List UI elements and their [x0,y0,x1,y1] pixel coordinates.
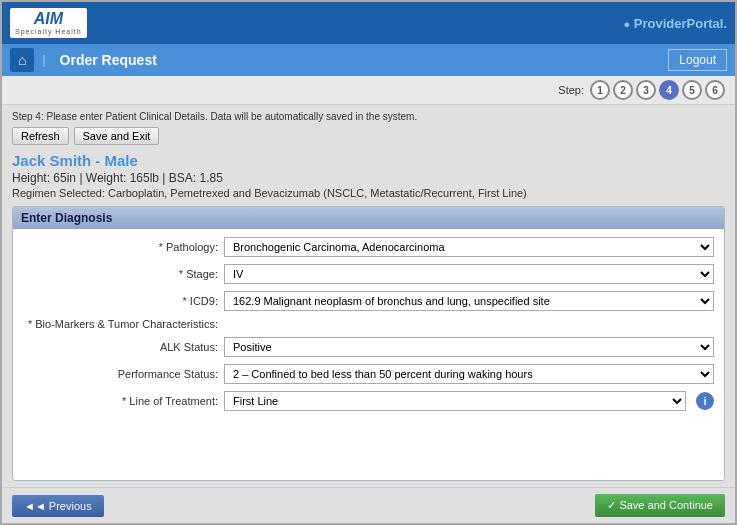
icd9-row: * ICD9: 162.9 Malignant neoplasm of bron… [23,291,714,311]
line-of-treatment-select[interactable]: First Line [224,391,686,411]
alk-row: ALK Status: Positive [23,337,714,357]
icd9-select-wrapper: 162.9 Malignant neoplasm of bronchus and… [224,291,714,311]
step-6[interactable]: 6 [705,80,725,100]
step-5[interactable]: 5 [682,80,702,100]
step-2[interactable]: 2 [613,80,633,100]
alk-label: ALK Status: [23,341,218,353]
provider-portal-label: ● ProviderPortal. [624,16,727,31]
alk-select-wrapper: Positive [224,337,714,357]
home-button[interactable]: ⌂ [10,48,34,72]
aim-logo: AIM Specialty Health [10,8,87,37]
stage-select-wrapper: IV [224,264,714,284]
line-of-treatment-label: * Line of Treatment: [23,395,218,407]
pathology-label: * Pathology: [23,241,218,253]
info-icon[interactable]: i [696,392,714,410]
patient-section: Jack Smith - Male Height: 65in | Weight:… [12,150,725,201]
line-of-treatment-row: * Line of Treatment: First Line i [23,391,714,411]
footer-bar: ◄◄ Previous ✓ Save and Continue [2,487,735,523]
line-of-treatment-select-wrapper: First Line [224,391,686,411]
pathology-select[interactable]: Bronchogenic Carcinoma, Adenocarcinoma [224,237,714,257]
biomarkers-label: * Bio-Markers & Tumor Characteristics: [23,318,218,330]
diagnosis-header: Enter Diagnosis [13,207,724,229]
aim-logo-text: AIM [34,10,63,28]
performance-label: Performance Status: [23,368,218,380]
nav-bar: ⌂ | Order Request Logout [2,44,735,76]
diagnosis-body: * Pathology: Bronchogenic Carcinoma, Ade… [13,229,724,419]
icd9-label: * ICD9: [23,295,218,307]
pathology-row: * Pathology: Bronchogenic Carcinoma, Ade… [23,237,714,257]
refresh-button[interactable]: Refresh [12,127,69,145]
header-right: ● ProviderPortal. [624,16,727,31]
steps-bar: Step: 1 2 3 4 5 6 [2,76,735,105]
step-3[interactable]: 3 [636,80,656,100]
steps-label: Step: [558,84,584,96]
step-info-text: Step 4: Please enter Patient Clinical De… [12,111,725,122]
steps-list: 1 2 3 4 5 6 [590,80,725,100]
action-buttons: Refresh Save and Exit [12,127,725,145]
previous-button[interactable]: ◄◄ Previous [12,495,104,517]
aim-logo-subtext: Specialty Health [15,28,82,36]
performance-row: Performance Status: 2 – Confined to bed … [23,364,714,384]
step-1[interactable]: 1 [590,80,610,100]
alk-select[interactable]: Positive [224,337,714,357]
top-header: AIM Specialty Health ● ProviderPortal. [2,2,735,44]
patient-name: Jack Smith - Male [12,152,725,169]
patient-regimen: Regimen Selected: Carboplatin, Pemetrexe… [12,187,725,199]
performance-select-wrapper: 2 – Confined to bed less than 50 percent… [224,364,714,384]
diagnosis-box: Enter Diagnosis * Pathology: Bronchogeni… [12,206,725,481]
stage-row: * Stage: IV [23,264,714,284]
stage-select[interactable]: IV [224,264,714,284]
pathology-select-wrapper: Bronchogenic Carcinoma, Adenocarcinoma [224,237,714,257]
performance-select[interactable]: 2 – Confined to bed less than 50 percent… [224,364,714,384]
icd9-select[interactable]: 162.9 Malignant neoplasm of bronchus and… [224,291,714,311]
save-exit-button[interactable]: Save and Exit [74,127,160,145]
patient-details: Height: 65in | Weight: 165lb | BSA: 1.85 [12,171,725,185]
nav-title: Order Request [54,52,669,68]
step-4[interactable]: 4 [659,80,679,100]
header-left: AIM Specialty Health [10,8,87,37]
stage-label: * Stage: [23,268,218,280]
save-continue-button[interactable]: ✓ Save and Continue [595,494,725,517]
logout-button[interactable]: Logout [668,49,727,71]
main-content: Step 4: Please enter Patient Clinical De… [2,105,735,487]
biomarkers-row: * Bio-Markers & Tumor Characteristics: [23,318,714,330]
